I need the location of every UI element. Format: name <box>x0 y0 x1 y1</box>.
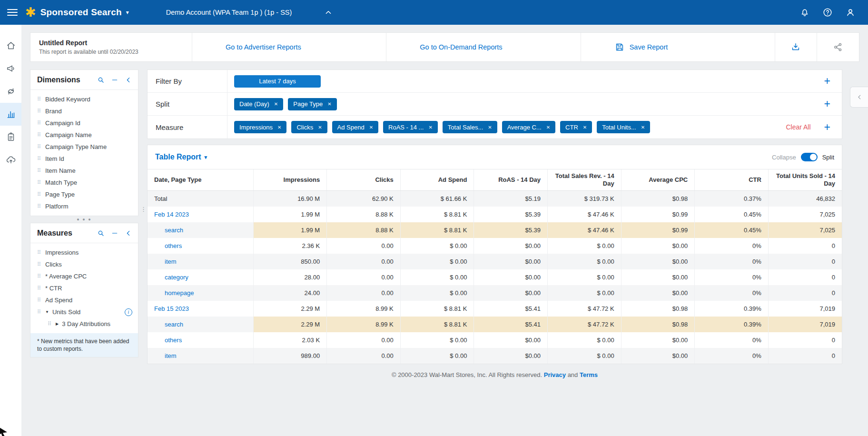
caret-right-icon[interactable]: ▶ <box>56 322 59 326</box>
clear-all-button[interactable]: Clear All <box>786 123 810 131</box>
collapse-header-button[interactable] <box>323 7 334 18</box>
column-header[interactable]: Impressions <box>253 169 327 191</box>
hamburger-menu-icon[interactable] <box>7 9 18 16</box>
column-header[interactable]: Average CPC <box>621 169 695 191</box>
chip-close-icon[interactable]: ✕ <box>369 125 373 130</box>
dimension-item[interactable]: ⠿Campaign Type Name <box>30 141 138 153</box>
chip-close-icon[interactable]: ✕ <box>327 101 331 107</box>
page-type-link[interactable]: item <box>165 352 177 359</box>
page-type-link[interactable]: item <box>165 258 177 265</box>
measure-item[interactable]: ⠿▶3 Day Attributions <box>30 318 138 330</box>
column-header[interactable]: Total Sales Rev. - 14 Day <box>548 169 621 191</box>
chip-close-icon[interactable]: ✕ <box>546 125 550 130</box>
date-link[interactable]: Feb 15 2023 <box>154 305 189 312</box>
page-type-link[interactable]: others <box>165 242 182 249</box>
notifications-button[interactable] <box>799 7 810 18</box>
filter-chip[interactable]: Latest 7 days <box>234 75 321 88</box>
measures-hide-button[interactable] <box>125 229 132 237</box>
split-chip[interactable]: Page Type✕ <box>288 98 336 110</box>
drag-handle-icon[interactable]: ⠿ <box>37 204 41 209</box>
account-menu-button[interactable] <box>845 7 856 18</box>
add-measure-button[interactable]: + <box>824 122 830 133</box>
measure-item[interactable]: ⠿Impressions <box>30 247 138 258</box>
dimension-item[interactable]: ⠿Brand <box>30 105 138 117</box>
chip-close-icon[interactable]: ✕ <box>274 101 278 107</box>
page-type-link[interactable]: search <box>165 227 183 234</box>
add-filter-button[interactable]: + <box>824 76 830 87</box>
page-type-link[interactable]: search <box>165 321 183 328</box>
drag-handle-icon[interactable]: ⠿ <box>37 180 41 185</box>
chip-close-icon[interactable]: ✕ <box>583 125 587 130</box>
drag-handle-icon[interactable]: ⠿ <box>37 144 41 149</box>
page-type-link[interactable]: others <box>165 337 182 344</box>
drag-handle-icon[interactable]: ⠿ <box>37 309 41 315</box>
drag-handle-icon[interactable]: ⠿ <box>37 250 41 255</box>
dimensions-search-button[interactable] <box>97 76 105 84</box>
drag-handle-icon[interactable]: ⠿ <box>37 262 41 267</box>
drag-handle-icon[interactable]: ⠿ <box>37 132 41 138</box>
drag-handle-icon[interactable]: ⠿ <box>37 192 41 197</box>
advertiser-reports-link[interactable]: Go to Advertiser Reports <box>226 43 301 51</box>
chip-close-icon[interactable]: ✕ <box>277 125 281 130</box>
measure-item[interactable]: ⠿* CTR <box>30 282 138 294</box>
table-report-title[interactable]: Table Report ▾ <box>155 153 207 161</box>
terms-link[interactable]: Terms <box>580 371 598 378</box>
column-header[interactable]: Date, Page Type <box>148 169 253 191</box>
column-header[interactable]: Total Units Sold - 14 Day <box>768 169 842 191</box>
dimensions-hide-button[interactable] <box>125 76 132 84</box>
share-report-button[interactable] <box>833 42 843 52</box>
split-chip[interactable]: Date (Day)✕ <box>234 98 283 110</box>
drag-handle-icon[interactable]: ⠿ <box>37 297 41 303</box>
collapse-split-toggle[interactable] <box>801 153 818 161</box>
measure-chip[interactable]: RoAS - 14 ...✕ <box>383 121 438 133</box>
measure-chip[interactable]: Total Sales...✕ <box>443 121 497 133</box>
measure-item[interactable]: ⠿Ad Spend <box>30 294 138 306</box>
date-link[interactable]: Feb 14 2023 <box>154 211 189 218</box>
chip-close-icon[interactable]: ✕ <box>488 125 492 130</box>
drag-handle-icon[interactable]: ⠿ <box>48 321 51 327</box>
nav-reports[interactable] <box>0 103 21 126</box>
dimension-item[interactable]: ⠿Page Type <box>30 188 138 200</box>
measure-chip[interactable]: Impressions✕ <box>234 121 286 133</box>
column-header[interactable]: RoAS - 14 Day <box>474 169 548 191</box>
nav-home[interactable] <box>0 34 21 57</box>
info-icon[interactable]: i <box>125 308 132 316</box>
nav-tasks[interactable] <box>0 126 21 149</box>
chip-close-icon[interactable]: ✕ <box>428 125 432 130</box>
nav-campaigns[interactable] <box>0 57 21 80</box>
nav-automation[interactable] <box>0 80 21 103</box>
page-type-link[interactable]: homepage <box>165 289 194 297</box>
measure-chip[interactable]: Ad Spend✕ <box>332 121 379 133</box>
measure-item[interactable]: ⠿* Average CPC <box>30 270 138 282</box>
panels-resize-handle[interactable]: ● ● ● <box>30 216 138 223</box>
dimensions-collapse-all-button[interactable] <box>111 76 118 84</box>
page-type-link[interactable]: category <box>165 274 188 281</box>
drag-handle-icon[interactable]: ⠿ <box>37 97 41 102</box>
drag-handle-icon[interactable]: ⠿ <box>37 120 41 126</box>
column-header[interactable]: CTR <box>695 169 769 191</box>
save-report-link[interactable]: Save Report <box>630 43 668 51</box>
dimension-item[interactable]: ⠿Bidded Keyword <box>30 93 138 105</box>
measure-chip[interactable]: CTR✕ <box>560 121 592 133</box>
panel-width-handle[interactable]: ⋮ <box>140 208 147 211</box>
drag-handle-icon[interactable]: ⠿ <box>37 286 41 291</box>
drag-handle-icon[interactable]: ⠿ <box>37 168 41 173</box>
add-split-button[interactable]: + <box>824 99 830 109</box>
chip-close-icon[interactable]: ✕ <box>641 125 645 130</box>
drag-handle-icon[interactable]: ⠿ <box>37 156 41 161</box>
help-button[interactable] <box>822 7 833 18</box>
download-report-button[interactable] <box>790 42 801 52</box>
measure-item[interactable]: ⠿▼Units Soldi <box>30 306 138 318</box>
column-header[interactable]: Clicks <box>327 169 401 191</box>
ondemand-reports-link[interactable]: Go to On-Demand Reports <box>420 43 502 51</box>
dimension-item[interactable]: ⠿Match Type <box>30 177 138 188</box>
measure-chip[interactable]: Average C...✕ <box>502 121 555 133</box>
drag-handle-icon[interactable]: ⠿ <box>37 109 41 114</box>
privacy-link[interactable]: Privacy <box>544 371 566 378</box>
measure-item[interactable]: ⠿Clicks <box>30 258 138 270</box>
measure-chip[interactable]: Total Units...✕ <box>597 121 650 133</box>
expand-right-panel-button[interactable] <box>850 87 868 108</box>
dimension-item[interactable]: ⠿Item Id <box>30 153 138 165</box>
dimension-item[interactable]: ⠿Platform <box>30 200 138 212</box>
dimension-item[interactable]: ⠿Campaign Name <box>30 129 138 141</box>
